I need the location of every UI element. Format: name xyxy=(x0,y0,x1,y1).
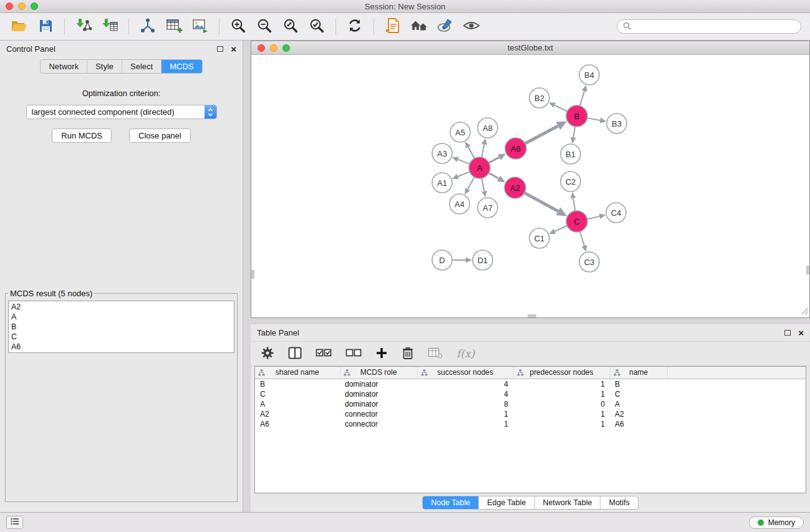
memory-button[interactable]: Memory xyxy=(749,516,804,529)
graph-edge-B-B4[interactable] xyxy=(580,91,584,106)
column-header-mcds-role[interactable]: MCDS role xyxy=(340,367,417,379)
graph-node-D[interactable]: D xyxy=(432,250,452,270)
close-panel-button[interactable]: × xyxy=(231,46,236,52)
graph-edge-C-C4[interactable] xyxy=(587,216,600,219)
graphics-details-button[interactable] xyxy=(434,16,456,37)
import-table-button[interactable] xyxy=(99,16,121,37)
graph-edge-A2-C[interactable] xyxy=(524,193,558,211)
graph-edge-A-A5[interactable] xyxy=(468,147,475,158)
mcds-result-item[interactable]: C xyxy=(11,332,231,342)
table-cell[interactable]: A6 xyxy=(610,419,667,429)
task-history-button[interactable] xyxy=(6,516,23,529)
table-cell[interactable]: C xyxy=(610,389,667,399)
graph-node-B3[interactable]: B3 xyxy=(607,114,627,133)
graph-node-B[interactable]: B xyxy=(566,105,587,127)
graph-node-A3[interactable]: A3 xyxy=(432,143,452,163)
delete-table-button[interactable] xyxy=(428,347,443,361)
zoom-out-button[interactable] xyxy=(253,16,276,37)
tab-edge-table[interactable]: Edge Table xyxy=(479,496,534,509)
save-session-button[interactable] xyxy=(34,16,57,37)
table-cell[interactable]: B xyxy=(255,379,340,389)
graph-edge-B-B2[interactable] xyxy=(554,105,567,112)
network-graph[interactable]: B4B2BB3A5A8A6B1A3AC2A1A2A4A7C4CC1C3DD1 xyxy=(251,55,809,317)
network-canvas[interactable]: B4B2BB3A5A8A6B1A3AC2A1A2A4A7C4CC1C3DD1 xyxy=(251,55,809,317)
table-cell[interactable]: dominator xyxy=(340,379,417,389)
graph-node-C[interactable]: C xyxy=(566,211,587,232)
new-table-button[interactable] xyxy=(163,16,185,37)
table-cell[interactable]: A xyxy=(255,399,340,409)
graph-node-C3[interactable]: C3 xyxy=(579,252,599,272)
mcds-result-item[interactable]: A xyxy=(11,312,231,322)
table-cell[interactable]: A6 xyxy=(255,419,340,429)
table-row[interactable]: A6connector11A6 xyxy=(255,419,806,429)
graph-node-B2[interactable]: B2 xyxy=(529,88,549,108)
close-panel-action-button[interactable]: Close panel xyxy=(129,128,191,143)
zoom-fit-button[interactable] xyxy=(279,16,302,37)
graph-node-A4[interactable]: A4 xyxy=(450,194,470,214)
home-button[interactable] xyxy=(408,16,430,37)
graph-node-A[interactable]: A xyxy=(469,157,490,178)
table-cell[interactable]: 4 xyxy=(417,389,513,399)
search-input[interactable] xyxy=(635,22,795,31)
function-builder-button[interactable]: f(x) xyxy=(456,347,475,360)
import-network-button[interactable] xyxy=(72,16,95,37)
column-header-name[interactable]: name xyxy=(610,367,667,379)
table-cell[interactable]: C xyxy=(255,389,340,399)
zoom-selected-button[interactable] xyxy=(306,16,328,37)
float-table-panel-button[interactable] xyxy=(784,330,791,336)
search-field[interactable] xyxy=(617,19,801,34)
open-report-button[interactable] xyxy=(382,16,404,37)
graph-node-C4[interactable]: C4 xyxy=(606,203,626,223)
table-cell[interactable]: A2 xyxy=(610,409,667,419)
table-cell[interactable]: 0 xyxy=(513,399,610,409)
graph-node-C2[interactable]: C2 xyxy=(561,172,581,191)
mcds-result-item[interactable]: A2 xyxy=(11,302,231,312)
table-cell[interactable]: dominator xyxy=(340,399,417,409)
graph-edge-C-C1[interactable] xyxy=(555,226,567,231)
add-column-button[interactable] xyxy=(375,347,388,361)
graph-node-A1[interactable]: A1 xyxy=(432,173,452,193)
vertical-scroll-thumb[interactable] xyxy=(251,270,254,279)
show-columns-button[interactable] xyxy=(288,347,302,361)
table-settings-button[interactable] xyxy=(261,346,274,362)
table-cell[interactable]: 1 xyxy=(513,389,610,399)
horizontal-scroll-thumb[interactable] xyxy=(528,314,536,317)
graph-edge-A-A8[interactable] xyxy=(481,144,484,157)
table-cell[interactable]: connector xyxy=(340,419,417,429)
deselect-all-button[interactable] xyxy=(345,347,362,361)
graph-node-D1[interactable]: D1 xyxy=(473,250,493,270)
graph-edge-C-C2[interactable] xyxy=(573,198,575,211)
table-row[interactable]: A2connector11A2 xyxy=(255,409,806,419)
table-cell[interactable]: 1 xyxy=(417,409,513,419)
table-cell[interactable]: A2 xyxy=(255,409,340,419)
graph-node-A5[interactable]: A5 xyxy=(450,122,470,142)
graph-edge-A-A6[interactable] xyxy=(489,157,499,163)
mcds-result-list[interactable]: A2ABCA6 xyxy=(8,301,234,353)
mcds-result-item[interactable]: B xyxy=(11,322,231,332)
table-row[interactable]: Cdominator41C xyxy=(255,389,806,399)
graph-node-A8[interactable]: A8 xyxy=(478,118,498,138)
delete-column-button[interactable] xyxy=(402,346,414,362)
show-hide-graphics-button[interactable] xyxy=(460,16,483,37)
criterion-dropdown[interactable]: largest connected component (directed) xyxy=(26,105,217,119)
tab-node-table[interactable]: Node Table xyxy=(423,496,479,509)
graph-node-C1[interactable]: C1 xyxy=(529,228,549,248)
new-network-button[interactable] xyxy=(137,16,159,37)
graph-edge-A6-B[interactable] xyxy=(525,126,558,143)
graph-node-B4[interactable]: B4 xyxy=(579,65,599,85)
graph-node-B1[interactable]: B1 xyxy=(561,144,581,164)
zoom-in-button[interactable] xyxy=(227,16,249,37)
tab-mcds[interactable]: MCDS xyxy=(162,60,201,73)
graph-edge-B-B3[interactable] xyxy=(587,118,600,120)
graph-edge-A-A2[interactable] xyxy=(489,173,499,178)
float-panel-button[interactable] xyxy=(217,46,223,52)
tab-select[interactable]: Select xyxy=(122,60,162,73)
tab-network-table[interactable]: Network Table xyxy=(535,496,601,509)
graph-node-A6[interactable]: A6 xyxy=(505,138,526,159)
graph-edge-A-A1[interactable] xyxy=(458,172,470,177)
tab-style[interactable]: Style xyxy=(87,60,122,73)
close-table-panel-button[interactable]: × xyxy=(798,330,804,336)
graph-node-A7[interactable]: A7 xyxy=(478,198,498,218)
apply-layout-button[interactable] xyxy=(344,16,366,37)
open-session-button[interactable] xyxy=(8,16,31,37)
